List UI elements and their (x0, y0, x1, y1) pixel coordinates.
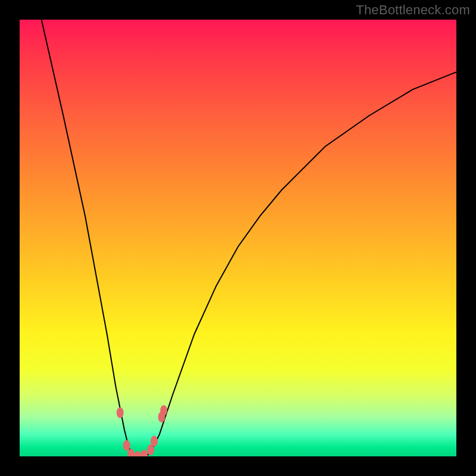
bottleneck-curve-path (42, 20, 456, 456)
curve-marker-dot (151, 436, 158, 446)
curve-marker-dot (123, 440, 130, 451)
chart-frame: TheBottleneck.com (0, 0, 476, 476)
curve-marker-dot (160, 405, 167, 416)
curve-marker-dot (140, 450, 148, 456)
watermark-text: TheBottleneck.com (356, 2, 470, 18)
curve-marker-dot (117, 408, 124, 418)
plot-area (20, 20, 456, 456)
curve-marker-dot (134, 451, 141, 456)
bottleneck-curve-svg (20, 20, 456, 456)
